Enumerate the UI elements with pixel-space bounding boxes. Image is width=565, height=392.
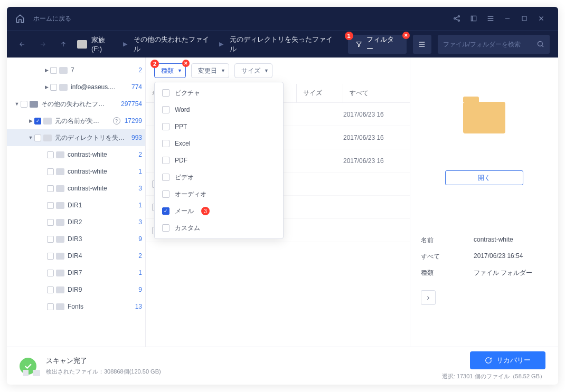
up-button[interactable] (56, 37, 71, 52)
folder-icon (56, 236, 64, 243)
filter-size[interactable]: サイズ▼ (234, 63, 272, 78)
col-size[interactable]: サイズ (297, 84, 343, 102)
help-icon[interactable]: ? (113, 117, 120, 125)
filter-button[interactable]: フィルター 1 ✕ (348, 35, 407, 54)
forward-button[interactable] (36, 37, 50, 52)
tree-row[interactable]: ▶ info@easeus.… 774 (7, 79, 145, 95)
file-date: 2017/06/23 16 (343, 111, 403, 118)
dropdown-item[interactable]: ピクチャ (155, 84, 283, 101)
filter-date[interactable]: 変更日▼ (191, 63, 229, 78)
tree-row[interactable]: ▼ 元のディレクトリを失… 993 (7, 129, 145, 146)
tree-checkbox[interactable] (47, 270, 54, 276)
tree-row[interactable]: Fonts 13 (7, 298, 145, 315)
tree-toggle-icon[interactable]: ▶ (44, 68, 49, 73)
tree-row[interactable]: ▶ 7 2 (7, 62, 145, 79)
view-toggle-button[interactable] (413, 35, 431, 54)
close-button[interactable] (533, 10, 550, 27)
dropdown-checkbox[interactable] (162, 106, 170, 113)
dropdown-checkbox[interactable] (162, 157, 170, 164)
dropdown-checkbox[interactable] (162, 224, 170, 232)
tree-label: 元のディレクトリを失… (55, 133, 129, 142)
scan-title: スキャン完了 (46, 356, 161, 366)
open-button[interactable]: 開く (445, 170, 523, 185)
disk-chip[interactable]: 家族 (F:) (77, 35, 117, 53)
dropdown-item[interactable]: PPT (155, 118, 283, 135)
tree-label: 7 (71, 66, 136, 74)
dropdown-checkbox[interactable] (162, 140, 170, 147)
dropdown-item[interactable]: ビデオ (155, 169, 283, 186)
titlebar: ホームに戻る (7, 7, 558, 30)
chevron-down-icon: ▼ (264, 68, 269, 73)
tree-count: 1 (138, 202, 142, 209)
dropdown-checkbox[interactable] (162, 89, 170, 97)
funnel-icon (355, 41, 362, 48)
type-dropdown[interactable]: ピクチャ Word PPT Excel PDF ビデオ オーディオ ✓ メール … (154, 82, 284, 239)
folder-tree[interactable]: ▶ 7 2▶ info@easeus.… 774▼ その他の失われたフ… 297… (7, 58, 146, 347)
filter-type-clear[interactable]: ✕ (182, 60, 190, 67)
dropdown-item[interactable]: PDF (155, 152, 283, 169)
dropdown-item[interactable]: Word (155, 101, 283, 118)
folder-icon (56, 303, 64, 310)
tree-row[interactable]: DIR9 9 (7, 281, 145, 298)
tree-toggle-icon[interactable]: ▶ (44, 84, 49, 90)
tree-checkbox[interactable] (47, 253, 54, 260)
dropdown-item[interactable]: カスタム (155, 219, 283, 236)
dropdown-checkbox[interactable] (162, 190, 170, 198)
tree-checkbox[interactable] (47, 236, 54, 243)
tree-toggle-icon[interactable]: ▼ (28, 135, 33, 140)
tree-row[interactable]: contrast-white 3 (7, 180, 145, 197)
tree-toggle-icon[interactable]: ▼ (14, 101, 20, 107)
tree-checkbox[interactable] (47, 303, 54, 310)
chevron-right-icon: ▶ (123, 41, 127, 47)
tree-checkbox[interactable] (47, 286, 54, 293)
recover-button[interactable]: リカバリー (470, 351, 545, 369)
filter-type[interactable]: 種類 ▼ 2 ✕ (154, 63, 186, 78)
next-button[interactable]: › (421, 290, 436, 305)
home-label[interactable]: ホームに戻る (33, 14, 71, 23)
tree-count: 2 (138, 252, 142, 260)
search-icon[interactable] (536, 40, 544, 48)
tree-checkbox[interactable] (21, 101, 27, 108)
tree-row[interactable]: contrast-white 2 (7, 146, 145, 163)
tree-checkbox[interactable] (47, 202, 54, 209)
home-icon[interactable] (15, 14, 25, 23)
tree-row[interactable]: DIR7 1 (7, 264, 145, 281)
tree-checkbox[interactable] (34, 135, 41, 141)
tree-checkbox[interactable] (47, 151, 54, 158)
pause-controls[interactable] (23, 370, 40, 376)
search-input[interactable] (443, 41, 536, 48)
dropdown-checkbox[interactable] (162, 123, 170, 130)
tree-row[interactable]: DIR2 3 (7, 214, 145, 231)
tree-checkbox[interactable] (47, 185, 54, 192)
tree-checkbox[interactable] (50, 84, 57, 91)
tree-row[interactable]: ▶ ✓ 元の名前が失… ? 17299 (7, 112, 145, 129)
crumb-1[interactable]: その他の失われたファイル (134, 35, 213, 54)
minimize-button[interactable] (499, 10, 516, 27)
search-wrap[interactable] (438, 35, 550, 54)
window-icon[interactable] (465, 10, 482, 27)
dropdown-item[interactable]: ✓ メール 3 (155, 203, 283, 219)
dropdown-checkbox[interactable]: ✓ (162, 207, 170, 215)
back-button[interactable] (15, 37, 30, 52)
folder-preview-icon (463, 102, 505, 133)
dropdown-checkbox[interactable] (162, 174, 170, 181)
tree-checkbox[interactable] (47, 219, 54, 226)
tree-toggle-icon[interactable]: ▶ (28, 118, 33, 123)
dropdown-item[interactable]: Excel (155, 135, 283, 152)
tree-checkbox[interactable] (47, 168, 54, 175)
maximize-button[interactable] (516, 10, 533, 27)
share-icon[interactable] (448, 10, 465, 27)
folder-icon (56, 185, 64, 192)
dropdown-item[interactable]: オーディオ (155, 186, 283, 203)
tree-checkbox[interactable]: ✓ (34, 118, 41, 125)
tree-row[interactable]: DIR3 9 (7, 231, 145, 247)
tree-row[interactable]: DIR1 1 (7, 197, 145, 214)
tree-row[interactable]: DIR4 2 (7, 247, 145, 264)
tree-checkbox[interactable] (50, 67, 57, 74)
tree-row[interactable]: contrast-white 1 (7, 163, 145, 180)
col-all[interactable]: すべて (343, 84, 410, 102)
menu-icon[interactable] (482, 10, 499, 27)
crumb-2[interactable]: 元のディレクトリを失ったファイル (230, 35, 335, 54)
filter-clear-badge[interactable]: ✕ (402, 32, 410, 39)
tree-row[interactable]: ▼ その他の失われたフ… 297754 (7, 95, 145, 112)
